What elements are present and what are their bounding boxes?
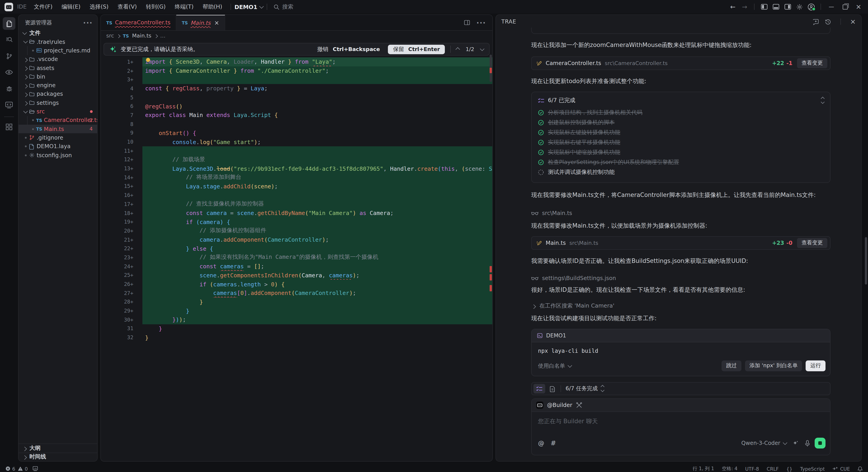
code-line-17[interactable]: 17+ // 查找主摄像机并添加控制器 xyxy=(101,200,492,208)
outline-section-header[interactable]: 大纲 xyxy=(19,443,97,452)
code-line-15[interactable]: 15+ Laya.stage.addChild(scene); xyxy=(101,182,492,191)
breadcrumb-file[interactable]: Main.ts xyxy=(132,33,151,39)
context-hash-icon[interactable]: # xyxy=(551,439,556,447)
nav-back-button[interactable]: ← xyxy=(727,0,739,13)
chat-close-icon[interactable]: × xyxy=(850,18,856,26)
menu-item-2[interactable]: 选择(S) xyxy=(85,0,113,13)
tree-item-assets[interactable]: assets xyxy=(19,64,97,72)
menu-item-6[interactable]: 帮助(H) xyxy=(198,0,227,13)
todo-item-1[interactable]: 创建鼠标控制摄像机的脚本 xyxy=(538,118,824,127)
tree-item-.trae-rules[interactable]: .trae\rules xyxy=(19,37,97,46)
tree-item-project-rules.md[interactable]: project_rules.md xyxy=(19,46,97,55)
breadcrumb-src[interactable]: src xyxy=(106,33,114,39)
files-section-header[interactable]: 文件 xyxy=(19,29,97,37)
checklist-icon[interactable] xyxy=(533,384,545,394)
todo-item-0[interactable]: 分析项目结构，找到主摄像机相关代码 xyxy=(538,108,824,117)
view-changes-button[interactable]: 查看变更 xyxy=(797,58,827,68)
tree-item-main.ts[interactable]: TSMain.ts4 xyxy=(19,125,97,133)
enhance-sparkle-icon[interactable] xyxy=(793,440,799,446)
menu-item-0[interactable]: 文件(F) xyxy=(29,0,57,13)
source-control-icon[interactable] xyxy=(3,50,16,62)
code-line-7[interactable]: 7export class Main extends Laya.Script { xyxy=(101,111,492,120)
chat-message-area[interactable]: 现在让我添加一个新的zoomCameraWithMouse函数来处理鼠标中键拖拽… xyxy=(531,28,831,381)
document-icon[interactable] xyxy=(550,385,555,392)
tab-cameracontroller[interactable]: TS CameraController.ts xyxy=(101,15,176,30)
menu-item-5[interactable]: 终端(T) xyxy=(170,0,198,13)
nav-forward-button[interactable]: → xyxy=(739,0,750,13)
code-line-18[interactable]: 18+ const camera = scene.getChildByName(… xyxy=(101,208,492,217)
search-panel-icon[interactable] xyxy=(3,33,16,46)
code-line-29[interactable]: 29+ } xyxy=(101,306,492,315)
previous-change-icon[interactable] xyxy=(456,47,460,52)
code-line-23[interactable]: 23+ // 如果没有找到名为"Main Camera"的摄像机，则查找第一个摄… xyxy=(101,253,492,262)
settings-gear-icon[interactable] xyxy=(794,0,805,13)
menu-item-4[interactable]: 转到(G) xyxy=(141,0,170,13)
menu-item-3[interactable]: 查看(V) xyxy=(113,0,141,13)
tab-close-icon[interactable]: × xyxy=(214,20,219,26)
window-minimize-button[interactable]: — xyxy=(825,0,838,13)
chat-input-card[interactable]: @Builder 您正在与 Builder 聊天 @ # Qwen-3-Code… xyxy=(531,398,831,455)
ports-indicator[interactable] xyxy=(33,466,38,471)
tab-main-active[interactable]: TS Main.ts × xyxy=(176,15,225,30)
code-line-32[interactable]: 32} xyxy=(101,333,492,342)
task-expand-icon[interactable] xyxy=(601,386,604,392)
explorer-more-icon[interactable]: ··· xyxy=(83,18,93,27)
code-line-5[interactable]: 5 xyxy=(101,93,492,102)
chat-scrollbar-thumb[interactable] xyxy=(865,237,867,284)
undo-button[interactable]: 撤销 xyxy=(317,45,328,53)
code-line-13[interactable]: 13+ Laya.Scene3D.load("res://9b931ecf-fd… xyxy=(101,164,492,173)
window-close-button[interactable]: × xyxy=(852,0,865,13)
status-item-5[interactable]: TypeScript xyxy=(800,466,825,471)
terminal-command[interactable]: npx laya-cli build xyxy=(532,342,830,358)
run-button[interactable]: 运行 xyxy=(806,361,826,371)
editor-more-icon[interactable]: ··· xyxy=(476,18,486,27)
status-item-3[interactable]: CRLF xyxy=(767,466,779,471)
tree-item-tsconfig.json[interactable]: tsconfig.json xyxy=(19,151,97,160)
tree-item-.vscode[interactable]: .vscode xyxy=(19,55,97,64)
breadcrumb[interactable]: src TS Main.ts … xyxy=(101,30,492,41)
code-line-16[interactable]: 16+ xyxy=(101,191,492,200)
next-change-icon[interactable] xyxy=(480,46,485,51)
warnings-indicator[interactable]: 0 xyxy=(18,466,28,471)
preview-eye-icon[interactable] xyxy=(3,66,16,78)
timeline-section-header[interactable]: 时间线 xyxy=(19,452,97,461)
code-line-20[interactable]: 20+ // 添加摄像机控制器组件 xyxy=(101,226,492,235)
code-line-4[interactable]: 4const { regClass, property } = Laya; xyxy=(101,84,492,93)
todo-item-4[interactable]: 实现鼠标中键缩放摄像机功能 xyxy=(538,148,824,157)
keep-changes-button[interactable]: 保留 Ctrl+Enter xyxy=(388,44,445,54)
code-line-6[interactable]: 6@regClass() xyxy=(101,102,492,111)
todo-collapse-icon[interactable] xyxy=(821,98,824,103)
code-line-12[interactable]: 12+ // 加载场景 xyxy=(101,155,492,164)
add-to-whitelist-button[interactable]: 添加 'npx' 到白名单 xyxy=(745,361,802,371)
status-item-4[interactable]: {} xyxy=(786,466,793,471)
file-read-row[interactable]: src\Main.ts xyxy=(531,210,831,216)
code-line-11[interactable]: 11+ xyxy=(101,146,492,155)
debug-bug-icon[interactable] xyxy=(3,82,16,95)
code-line-30[interactable]: 30+ })); xyxy=(101,315,492,324)
file-change-card[interactable]: CameraController.ts src\CameraController… xyxy=(531,57,831,70)
tree-item-engine[interactable]: engine xyxy=(19,81,97,90)
status-item-6[interactable]: CUE xyxy=(833,466,850,471)
chat-history-icon[interactable] xyxy=(825,18,832,25)
breadcrumb-symbol[interactable]: … xyxy=(160,33,166,39)
split-editor-icon[interactable] xyxy=(464,20,470,26)
user-avatar[interactable] xyxy=(805,0,817,13)
code-line-31[interactable]: 31 } xyxy=(101,324,492,333)
agent-name[interactable]: @Builder xyxy=(547,402,572,408)
tree-item-src[interactable]: src xyxy=(19,107,97,116)
microphone-icon[interactable] xyxy=(805,440,810,446)
tree-item-packages[interactable]: packages xyxy=(19,90,97,99)
toggle-right-panel-button[interactable] xyxy=(782,0,794,13)
code-line-21[interactable]: 21+ camera.addComponent(CameraController… xyxy=(101,235,492,244)
code-line-9[interactable]: 9 onStart() { xyxy=(101,129,492,137)
code-line-26[interactable]: 26+ if (cameras.length > 0) { xyxy=(101,279,492,289)
view-changes-button[interactable]: 查看变更 xyxy=(797,238,827,248)
code-line-27[interactable]: 27+ cameras[0].addComponent(CameraContro… xyxy=(101,289,492,297)
todo-item-3[interactable]: 实现鼠标右键平移摄像机功能 xyxy=(538,138,824,147)
extensions-grid-icon[interactable] xyxy=(3,121,16,133)
code-line-1[interactable]: 1+import { Scene3D, Camera, Loader, Hand… xyxy=(101,57,492,66)
code-line-3[interactable]: 3+ xyxy=(101,75,492,84)
explorer-icon[interactable] xyxy=(3,17,16,30)
code-preview-icon[interactable] xyxy=(3,98,16,111)
status-item-0[interactable]: 行 1, 列 1 xyxy=(692,466,714,472)
